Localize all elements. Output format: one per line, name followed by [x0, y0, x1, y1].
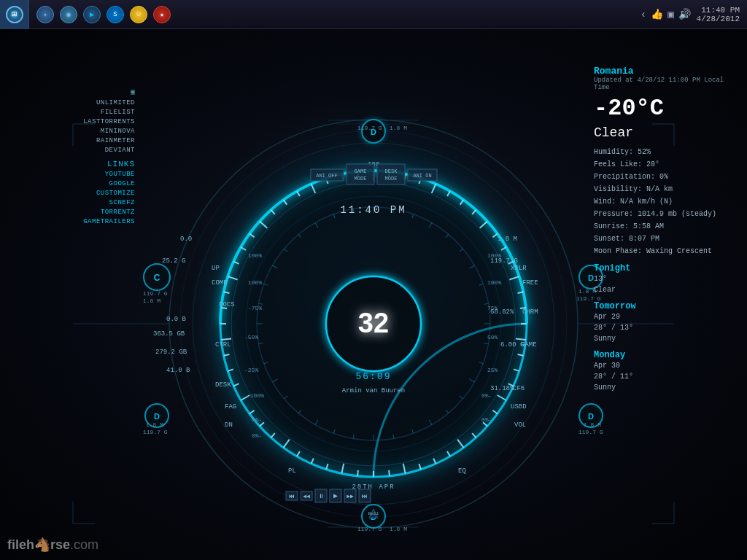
- svg-point-7: [257, 207, 490, 440]
- sidebar-deviant[interactable]: DEVIANT: [7, 147, 135, 154]
- forecast-tonight-condition: Clear: [594, 284, 740, 295]
- svg-text:D: D: [371, 513, 376, 521]
- svg-line-72: [429, 222, 432, 228]
- weather-details: Humidity: 52% Feels Like: 20° Precipitat…: [594, 146, 740, 257]
- svg-rect-192: [286, 491, 298, 500]
- sidebar-youtube[interactable]: YOUTUBE: [7, 171, 135, 178]
- svg-text:PL: PL: [288, 467, 296, 475]
- sidebar-filelist[interactable]: FILELIST: [7, 109, 135, 116]
- svg-line-26: [518, 354, 524, 356]
- svg-line-25: [516, 338, 526, 339]
- svg-text:USBD: USBD: [511, 403, 527, 411]
- svg-text:⏸: ⏸: [318, 493, 324, 499]
- sidebar-customize[interactable]: CUSTOMIZE: [7, 190, 135, 197]
- svg-line-33: [457, 440, 463, 448]
- svg-text:VOL: VOL: [514, 421, 526, 429]
- app-icon-1[interactable]: ✦: [36, 6, 54, 23]
- svg-point-158: [362, 120, 385, 143]
- svg-text:ANI OFF: ANI OFF: [316, 173, 337, 179]
- svg-line-60: [249, 234, 254, 238]
- taskbar-right: ‹ 👍 ▣ 🔊 11:40 PM 4/28/2012: [633, 6, 747, 23]
- svg-text:0%-: 0%-: [481, 416, 492, 423]
- svg-text:⏭: ⏭: [362, 493, 368, 499]
- sidebar-torrentz[interactable]: TORRENTZ: [7, 209, 135, 216]
- svg-line-91: [298, 410, 301, 413]
- svg-point-2: [193, 143, 554, 505]
- svg-line-22: [518, 292, 524, 293]
- svg-line-63: [284, 200, 287, 204]
- sidebar-lasttorrents[interactable]: LASTTORRENTS: [7, 118, 135, 125]
- feels-like: Feels Like: 20°: [594, 158, 740, 171]
- svg-text:Bell: Bell: [368, 511, 379, 516]
- file-icon: ▣: [131, 88, 135, 96]
- svg-line-64: [297, 191, 300, 196]
- forecast-tonight-label: Tonight: [594, 263, 740, 273]
- svg-line-45: [284, 440, 290, 448]
- svg-line-29: [498, 395, 506, 400]
- svg-text:▶▶: ▶▶: [347, 493, 354, 499]
- svg-line-52: [224, 354, 230, 356]
- thumbs-icon: 👍: [651, 8, 663, 20]
- svg-text:100%: 100%: [248, 252, 262, 259]
- sidebar-gametrailers[interactable]: GAMETRAILERS: [7, 218, 135, 225]
- svg-line-50: [233, 384, 239, 386]
- sidebar-google[interactable]: GOOGLE: [7, 180, 135, 187]
- svg-text:COMP: COMP: [212, 279, 228, 287]
- forecast-tonight: Tonight 13° Clear: [594, 263, 740, 295]
- svg-text:FREE: FREE: [522, 279, 538, 287]
- svg-line-23: [520, 308, 526, 308]
- svg-line-98: [264, 284, 268, 285]
- svg-text:1.8 M: 1.8 M: [143, 298, 160, 304]
- sidebar-scnefz[interactable]: SCNEFZ: [7, 199, 135, 206]
- svg-text:56:09: 56:09: [355, 371, 391, 382]
- svg-line-55: [221, 308, 227, 308]
- moon-phase: Moon Phase: Waxing Crescent: [594, 245, 740, 257]
- svg-text:CTRL: CTRL: [215, 341, 231, 349]
- svg-line-74: [460, 249, 463, 252]
- sidebar-mininova[interactable]: MININOVA: [7, 128, 135, 135]
- svg-line-62: [271, 210, 274, 214]
- forecast-monday-label: Monday: [594, 350, 740, 360]
- app-icon-3[interactable]: ▶: [83, 6, 101, 23]
- system-tray-icons: ‹ 👍 ▣ 🔊: [640, 8, 691, 20]
- svg-text:0%-: 0%-: [481, 392, 492, 399]
- svg-line-19: [501, 247, 506, 250]
- wind: Wind: N/A km/h (N): [594, 195, 740, 208]
- weather-temperature: -20°C: [594, 95, 740, 122]
- start-button[interactable]: ⊞: [0, 0, 29, 29]
- skype-icon[interactable]: S: [107, 6, 124, 23]
- svg-text:◀◀: ◀◀: [303, 493, 310, 499]
- sidebar-rainmeter[interactable]: RAINMETER: [7, 137, 135, 144]
- svg-line-73: [446, 234, 449, 238]
- svg-line-35: [433, 459, 436, 464]
- svg-point-4: [220, 171, 527, 477]
- svg-point-168: [362, 505, 385, 528]
- svg-text:-75%: -75%: [248, 305, 262, 311]
- svg-text:1.8 M: 1.8 M: [146, 421, 163, 428]
- sidebar-unlimited[interactable]: UNLIMITED: [7, 99, 135, 106]
- weather-location: Romania: [594, 66, 740, 77]
- svg-line-20: [508, 262, 514, 264]
- watermark-com: .com: [70, 537, 98, 552]
- display-icon: ▣: [667, 8, 673, 20]
- svg-text:28TH  APR: 28TH APR: [352, 483, 395, 491]
- svg-text:119.7 G: 119.7 G: [143, 429, 168, 435]
- svg-line-89: [333, 429, 335, 434]
- taskbar: ⊞ ✦ ◉ ▶ S ☺ ★ ‹ 👍 ▣ 🔊 11:40 PM 4/2: [0, 0, 747, 29]
- clock: 11:40 PM 4/28/2012: [697, 6, 740, 23]
- svg-rect-187: [377, 164, 405, 184]
- svg-line-58: [233, 262, 239, 264]
- svg-line-61: [260, 221, 267, 228]
- app-icon-6[interactable]: ★: [153, 6, 171, 23]
- emoji-icon[interactable]: ☺: [130, 6, 147, 23]
- svg-line-79: [484, 343, 489, 344]
- svg-line-48: [249, 411, 254, 414]
- svg-text:DOCS: DOCS: [219, 301, 235, 308]
- svg-line-41: [341, 464, 344, 474]
- svg-text:119.7 G: 119.7 G: [357, 125, 382, 131]
- svg-text:25%: 25%: [487, 367, 498, 373]
- app-icon-2[interactable]: ◉: [60, 6, 77, 23]
- svg-text:50%: 50%: [487, 334, 498, 341]
- date-display: 4/28/2012: [697, 15, 740, 23]
- svg-point-1: [180, 131, 567, 517]
